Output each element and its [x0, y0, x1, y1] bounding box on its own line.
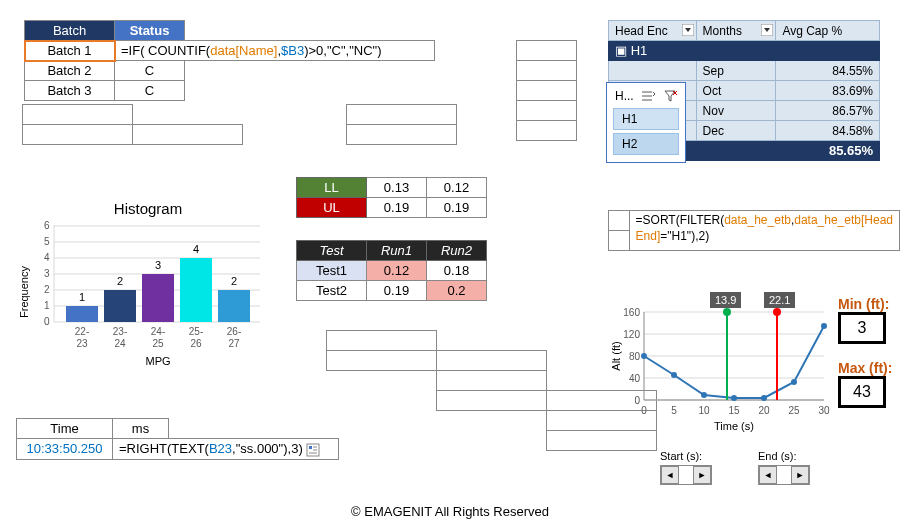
- svg-point-61: [791, 379, 797, 385]
- test1-run2[interactable]: 0.18: [427, 261, 487, 281]
- dropdown-icon[interactable]: [761, 24, 773, 36]
- svg-text:27: 27: [228, 338, 240, 349]
- end-inc-button[interactable]: ►: [791, 466, 809, 484]
- svg-text:25: 25: [152, 338, 164, 349]
- time-value[interactable]: 10:33:50.250: [17, 439, 113, 460]
- dropdown-icon[interactable]: [682, 24, 694, 36]
- batch-table: Batch Status Batch 1 =IF( COUNTIF(data[N…: [24, 20, 435, 101]
- svg-point-59: [731, 395, 737, 401]
- batch-header-name: Batch: [25, 21, 115, 41]
- pivot-val-nov: 86.57%: [776, 101, 880, 121]
- slicer[interactable]: H... H1 H2: [606, 82, 686, 163]
- test2-run2[interactable]: 0.2: [427, 281, 487, 301]
- svg-text:25: 25: [788, 405, 800, 416]
- empty-grid-2: [346, 104, 457, 145]
- batch-cell-status-3[interactable]: C: [115, 81, 185, 101]
- end-spinner-group: End (s): ◄ ►: [758, 450, 810, 485]
- svg-text:5: 5: [671, 405, 677, 416]
- svg-text:0: 0: [641, 405, 647, 416]
- svg-text:24: 24: [114, 338, 126, 349]
- time-formula-cell[interactable]: =RIGHT(TEXT(B23,"ss.000"),3): [113, 439, 339, 460]
- svg-rect-23: [218, 290, 250, 322]
- svg-text:3: 3: [155, 259, 161, 271]
- min-value: 3: [838, 312, 886, 344]
- sort-formula-cell[interactable]: =SORT(FILTER(data_he_etb,data_he_etb[Hea…: [629, 211, 899, 251]
- test2-run1[interactable]: 0.19: [367, 281, 427, 301]
- svg-text:30: 30: [818, 405, 830, 416]
- svg-point-64: [723, 308, 731, 316]
- pivot-month-nov[interactable]: Nov: [696, 101, 776, 121]
- time-hdr-ms: ms: [113, 419, 169, 439]
- test1-name[interactable]: Test1: [297, 261, 367, 281]
- ll-label: LL: [297, 178, 367, 198]
- histogram-ylabel: Frequency: [18, 217, 30, 367]
- pivot-hdr-avg: Avg Cap %: [776, 21, 880, 41]
- sort-formula-table: =SORT(FILTER(data_he_etb,data_he_etb[Hea…: [608, 210, 900, 251]
- max-label: Max (ft):: [838, 360, 892, 376]
- svg-text:0: 0: [44, 316, 50, 327]
- alt-xlabel: Time (s): [714, 420, 754, 432]
- svg-text:120: 120: [623, 329, 640, 340]
- batch-cell-name-2[interactable]: Batch 2: [25, 61, 115, 81]
- start-dec-button[interactable]: ◄: [661, 466, 679, 484]
- batch-cell-name-3[interactable]: Batch 3: [25, 81, 115, 101]
- pivot-total: 85.65%: [776, 141, 880, 161]
- svg-text:2: 2: [44, 284, 50, 295]
- pivot-hdr-headend[interactable]: Head Enc: [609, 21, 697, 41]
- start-label: Start (s):: [660, 450, 702, 462]
- svg-text:10: 10: [698, 405, 710, 416]
- svg-point-60: [761, 395, 767, 401]
- start-inc-button[interactable]: ►: [693, 466, 711, 484]
- limits-table: LL 0.13 0.12 UL 0.19 0.19: [296, 177, 487, 218]
- batch-formula-cell[interactable]: =IF( COUNTIF(data[Name],$B3)>0,"C","NC"): [115, 41, 435, 61]
- pivot-hdr-months[interactable]: Months: [696, 21, 776, 41]
- ul-val-2[interactable]: 0.19: [427, 198, 487, 218]
- footer-text: © EMAGENIT All Rights Reserved: [0, 504, 900, 519]
- tooltip-end: 22.1: [764, 292, 795, 308]
- ul-val-1[interactable]: 0.19: [367, 198, 427, 218]
- svg-rect-17: [104, 290, 136, 322]
- start-spinner-group: Start (s): ◄ ►: [660, 450, 712, 485]
- empty-grid-1: [22, 104, 243, 145]
- svg-text:80: 80: [629, 351, 641, 362]
- test-hdr-run1: Run1: [367, 241, 427, 261]
- test-table: Test Run1 Run2 Test1 0.12 0.18 Test2 0.1…: [296, 240, 487, 301]
- batch-cell-status-2[interactable]: C: [115, 61, 185, 81]
- end-label: End (s):: [758, 450, 797, 462]
- svg-text:24-: 24-: [151, 326, 165, 337]
- test2-name[interactable]: Test2: [297, 281, 367, 301]
- test-hdr-test: Test: [297, 241, 367, 261]
- test1-run1[interactable]: 0.12: [367, 261, 427, 281]
- svg-text:1: 1: [79, 291, 85, 303]
- svg-text:2: 2: [117, 275, 123, 287]
- svg-rect-15: [66, 306, 98, 322]
- pivot-val-sep: 84.55%: [776, 61, 880, 81]
- alt-ylabel: Alt (ft): [610, 341, 622, 370]
- multiselect-icon[interactable]: [641, 90, 655, 102]
- ll-val-2[interactable]: 0.12: [427, 178, 487, 198]
- autofill-icon[interactable]: [306, 443, 320, 457]
- svg-rect-19: [142, 274, 174, 322]
- svg-text:4: 4: [44, 252, 50, 263]
- clear-filter-icon[interactable]: [663, 90, 677, 102]
- svg-text:2: 2: [231, 275, 237, 287]
- end-dec-button[interactable]: ◄: [759, 466, 777, 484]
- pivot-month-oct[interactable]: Oct: [696, 81, 776, 101]
- ll-val-1[interactable]: 0.13: [367, 178, 427, 198]
- slicer-item-h1[interactable]: H1: [613, 108, 679, 130]
- slicer-title: H...: [615, 89, 634, 103]
- batch-header-status: Status: [115, 21, 185, 41]
- svg-point-62: [821, 323, 827, 329]
- histogram-chart: Histogram Frequency 012 3456 1 2 3 4 2 2…: [18, 200, 278, 367]
- svg-text:4: 4: [193, 243, 199, 255]
- svg-text:160: 160: [623, 307, 640, 318]
- batch-cell-name-1[interactable]: Batch 1: [25, 41, 115, 61]
- pivot-month-dec[interactable]: Dec: [696, 121, 776, 141]
- pivot-group[interactable]: ▣ H1: [609, 41, 880, 61]
- svg-point-57: [671, 372, 677, 378]
- svg-text:15: 15: [728, 405, 740, 416]
- pivot-month-sep[interactable]: Sep: [696, 61, 776, 81]
- slicer-item-h2[interactable]: H2: [613, 133, 679, 155]
- svg-text:20: 20: [758, 405, 770, 416]
- empty-grid-3: [516, 40, 577, 141]
